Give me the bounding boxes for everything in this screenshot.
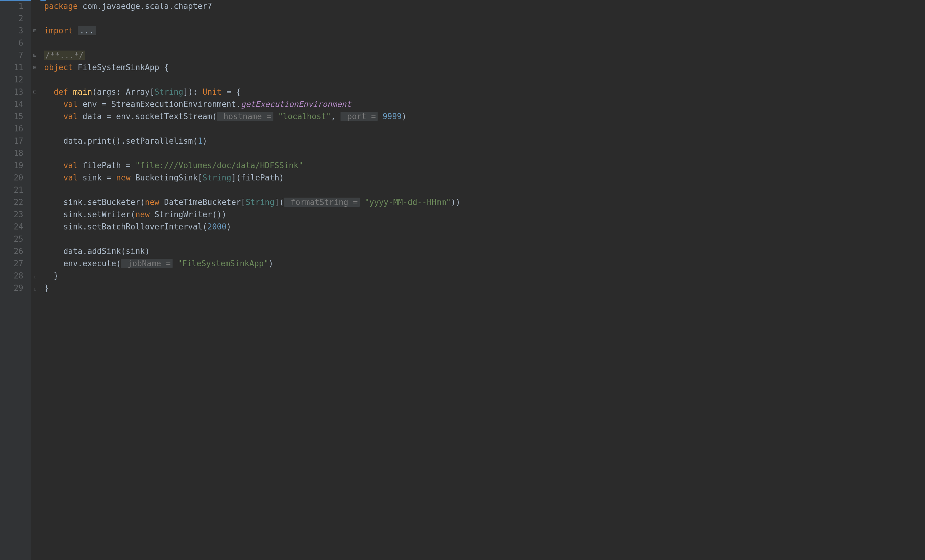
line-number: 14: [0, 98, 31, 110]
code-line[interactable]: val sink = new BucketingSink[String](fil…: [44, 172, 925, 184]
fold-end-icon[interactable]: [33, 282, 37, 294]
class-name: StringWriter()): [149, 210, 226, 219]
type-unit: Unit: [203, 87, 222, 96]
function-name-main: main: [73, 87, 92, 96]
method-call: data.addSink(sink): [63, 247, 150, 256]
line-number: 1: [0, 0, 31, 12]
line-number: 19: [0, 159, 31, 172]
keyword-val: val: [63, 99, 78, 109]
code-line[interactable]: [44, 37, 925, 49]
keyword-new: new: [145, 197, 160, 207]
line-number: 26: [0, 245, 31, 257]
type-string: String: [203, 173, 231, 182]
line-number: 3: [0, 24, 31, 37]
code-editor[interactable]: 1 2 3 6 7 11 12 13 14 15 16 17 18 19 20 …: [0, 0, 925, 560]
sig: (args:: [92, 87, 126, 96]
static-method-call: getExecutionEnvironment: [241, 99, 351, 109]
code-line[interactable]: data.print().setParallelism(1): [44, 135, 925, 147]
rparen: ): [226, 222, 231, 231]
comma: ,: [331, 112, 340, 121]
keyword-val: val: [63, 112, 78, 121]
type-string: String: [246, 197, 274, 207]
code-line[interactable]: val env = StreamExecutionEnvironment.get…: [44, 98, 925, 110]
code-line[interactable]: [44, 184, 925, 196]
line-number: 18: [0, 147, 31, 159]
fold-expanded-icon[interactable]: [33, 86, 36, 98]
keyword-val: val: [63, 173, 78, 182]
fold-collapsed-icon[interactable]: [33, 49, 36, 61]
code-line[interactable]: sink.setBucketer(new DateTimeBucketer[St…: [44, 196, 925, 208]
fold-column: [31, 0, 41, 560]
rparen: )): [451, 197, 460, 207]
method-call: sink.setBatchRolloverInterval(: [63, 222, 208, 231]
line-number: 21: [0, 184, 31, 196]
code-line[interactable]: sink.setWriter(new StringWriter()): [44, 208, 925, 221]
number-literal: 9999: [383, 112, 402, 121]
code-line[interactable]: }: [44, 282, 925, 294]
eq-brace: = {: [221, 87, 241, 96]
code-line[interactable]: val filePath = "file:///Volumes/doc/data…: [44, 159, 925, 172]
line-number: 2: [0, 12, 31, 24]
code-line[interactable]: [44, 233, 925, 245]
code-line[interactable]: sink.setBatchRolloverInterval(2000): [44, 221, 925, 233]
line-number: 23: [0, 208, 31, 221]
param-hint-formatstring: formatString =: [284, 197, 360, 207]
env-decl: env = StreamExecutionEnvironment.: [78, 99, 241, 109]
line-number: 13: [0, 86, 31, 98]
param-hint-jobname: jobName =: [121, 259, 173, 268]
package-path: com.javaedge.scala.chapter7: [78, 2, 212, 11]
code-line[interactable]: data.addSink(sink): [44, 245, 925, 257]
keyword-def: def: [54, 87, 68, 96]
line-number: 28: [0, 269, 31, 282]
line-number: 16: [0, 122, 31, 135]
close: ](filePath): [231, 173, 284, 182]
rparen: ): [268, 259, 273, 268]
fold-collapsed-icon[interactable]: [33, 24, 36, 37]
line-number: 29: [0, 282, 31, 294]
line-number: 15: [0, 110, 31, 122]
line-number: 12: [0, 74, 31, 86]
close-brace: }: [44, 283, 49, 292]
keyword-val: val: [63, 161, 78, 170]
method-call: data.print().setParallelism(: [63, 136, 198, 146]
code-line[interactable]: [44, 12, 925, 24]
keyword-package: package: [44, 2, 78, 11]
sig-close: ]):: [183, 87, 203, 96]
code-line[interactable]: env.execute( jobName = "FileSystemSinkAp…: [44, 257, 925, 269]
sink-decl: sink =: [78, 173, 116, 182]
type-array: Array: [126, 87, 149, 96]
rparen: ): [203, 136, 208, 146]
keyword-object: object: [44, 63, 73, 72]
line-number: 22: [0, 196, 31, 208]
string-literal: "FileSystemSinkApp": [178, 259, 268, 268]
code-line[interactable]: import ...: [44, 24, 925, 37]
line-number: 17: [0, 135, 31, 147]
fold-expanded-icon[interactable]: [33, 61, 36, 74]
line-number: 7: [0, 49, 31, 61]
folded-doc-comment[interactable]: /**...*/: [44, 51, 85, 60]
code-line[interactable]: object FileSystemSinkApp {: [44, 61, 925, 74]
folded-import-block[interactable]: ...: [78, 26, 96, 35]
code-line[interactable]: package com.javaedge.scala.chapter7: [44, 0, 925, 12]
bracket: [: [149, 87, 154, 96]
gutter: 1 2 3 6 7 11 12 13 14 15 16 17 18 19 20 …: [0, 0, 31, 560]
code-line[interactable]: [44, 122, 925, 135]
number-literal: 1: [198, 136, 203, 146]
code-area[interactable]: package com.javaedge.scala.chapter7 impo…: [41, 0, 925, 560]
code-line[interactable]: }: [44, 269, 925, 282]
number-literal: 2000: [207, 222, 226, 231]
type-string: String: [154, 87, 183, 96]
line-number: 6: [0, 37, 31, 49]
string-literal: "yyyy-MM-dd--HHmm": [365, 197, 451, 207]
filepath-decl: filePath =: [78, 161, 136, 170]
code-line[interactable]: /**...*/: [44, 49, 925, 61]
code-line[interactable]: [44, 74, 925, 86]
method-call: sink.setBucketer(: [63, 197, 145, 207]
fold-end-icon[interactable]: [33, 269, 37, 282]
code-line[interactable]: val data = env.socketTextStream( hostnam…: [44, 110, 925, 122]
string-literal: "file:///Volumes/doc/data/HDFSSink": [135, 161, 303, 170]
code-line[interactable]: def main(args: Array[String]): Unit = {: [44, 86, 925, 98]
string-literal: "localhost": [278, 112, 331, 121]
object-name: FileSystemSinkApp {: [73, 63, 169, 72]
code-line[interactable]: [44, 147, 925, 159]
